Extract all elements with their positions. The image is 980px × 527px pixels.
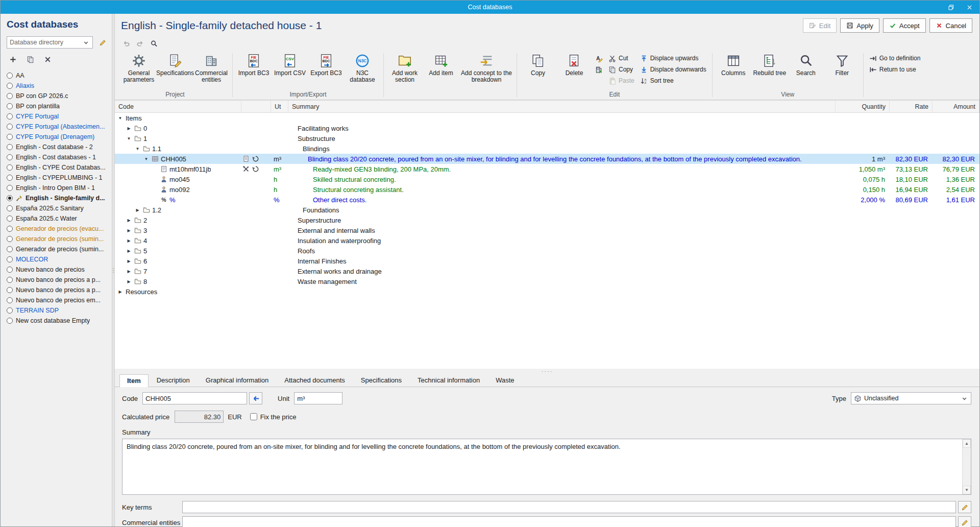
edit-commercial-entities-button[interactable] [958, 516, 971, 527]
restore-window-button[interactable] [942, 1, 960, 13]
add-work-section-button[interactable]: Add work section [387, 51, 423, 85]
tree-row-8[interactable]: ▶8Waste management [115, 276, 979, 286]
copy-small-button[interactable]: Copy [608, 65, 634, 74]
import-bc3-button[interactable]: FIEBDCImport BC3 [236, 51, 272, 79]
tree-row-resources[interactable]: ▶Resources [115, 286, 979, 297]
collapse-icon[interactable]: ▼ [134, 147, 141, 151]
apply-button[interactable]: Apply [840, 18, 879, 33]
sidebar-item-nuevo-banco-de-precios[interactable]: Nuevo banco de precios [7, 265, 109, 275]
undo-button[interactable] [120, 38, 132, 50]
expand-icon[interactable]: ▶ [126, 279, 132, 284]
sidebar-item-generador-de-precios-sumin[interactable]: Generador de precios (sumin... [7, 234, 109, 244]
sidebar-item-espa-a-2025-c-sanitary[interactable]: España 2025.c Sanitary [7, 203, 109, 213]
database-directory-select[interactable]: Database directory [7, 36, 93, 49]
update-prices-button[interactable] [595, 65, 603, 74]
sidebar-item-molecor[interactable]: MOLECOR [7, 254, 109, 265]
accept-button[interactable]: Accept [883, 18, 926, 33]
return-to-use-button[interactable]: Return to use [869, 65, 921, 74]
sort-tree-button[interactable]: AZSort tree [640, 76, 706, 85]
code-input[interactable] [142, 392, 247, 404]
tree-row-1-1[interactable]: ▼1.1Blindings [115, 143, 979, 154]
tab-technical-information[interactable]: Technical information [410, 374, 487, 387]
sidebar-item-terrain-sdp[interactable]: TERRAIN SDP [7, 305, 109, 316]
columns-button[interactable]: Columns [716, 51, 751, 79]
rebuild-tree-button[interactable]: Rebuild tree [752, 51, 788, 79]
sidebar-item-nuevo-banco-de-precios-a-p[interactable]: Nuevo banco de precios a p... [7, 285, 109, 295]
cancel-button[interactable]: Cancel [929, 18, 972, 33]
sidebar-item-english-cost-database-2[interactable]: English - Cost database - 2 [7, 142, 109, 152]
paste-button[interactable]: Paste [608, 76, 634, 85]
delete-database-button[interactable] [41, 53, 54, 65]
quick-search-button[interactable] [148, 38, 160, 50]
collapse-icon[interactable]: ▼ [126, 136, 132, 141]
type-select[interactable]: Unclassified [851, 392, 971, 404]
redo-button[interactable] [134, 38, 146, 50]
cut-button[interactable]: Cut [608, 54, 634, 63]
export-bc3-button[interactable]: FIEBDCExport BC3 [308, 51, 344, 79]
tree-row-2[interactable]: ▶2Superstructure [115, 215, 979, 225]
sidebar-item-english-single-family-d[interactable]: English - Single-family d... [7, 193, 109, 203]
sidebar-item-generador-de-precios-evacu[interactable]: Generador de precios (evacu... [7, 224, 109, 234]
add-item-button[interactable]: Add item [423, 51, 459, 79]
tree-row-4[interactable]: ▶4Insulation and waterproofing [115, 235, 979, 246]
tree-row-6[interactable]: ▶6Internal Finishes [115, 256, 979, 266]
sidebar-item-cype-portugal-drenagem[interactable]: CYPE Portugal (Drenagem) [7, 132, 109, 142]
collapse-icon[interactable]: ▼ [143, 157, 150, 161]
delete-button[interactable]: Delete [556, 51, 592, 79]
sidebar-item-new-cost-database-empty[interactable]: New cost database Empty [7, 316, 109, 326]
collapse-icon[interactable]: ▼ [117, 116, 124, 121]
expand-icon[interactable]: ▶ [126, 269, 132, 274]
expand-icon[interactable]: ▶ [126, 218, 132, 223]
copy-button[interactable]: Copy [520, 51, 556, 79]
tree-row-mo045[interactable]: mo045hSkilled structural concreting.0,07… [115, 174, 979, 184]
expand-icon[interactable]: ▶ [117, 290, 124, 294]
summary-scrollbar[interactable]: ▲ ▼ [962, 439, 971, 494]
sidebar-item-english-cost-databases-1[interactable]: English - Cost databases - 1 [7, 152, 109, 162]
sidebar-item-english-cypeplumbing-1[interactable]: English - CYPEPLUMBING - 1 [7, 173, 109, 183]
tab-graphical-information[interactable]: Graphical information [198, 374, 277, 387]
n3c-database-button[interactable]: N3CN3C database [345, 51, 380, 85]
expand-icon[interactable]: ▶ [134, 208, 141, 212]
tree-row-item[interactable]: %%%Other direct costs.2,000 %80,69 EUR1,… [115, 195, 979, 205]
sidebar-item-espa-a-2025-c-water[interactable]: España 2025.c Water [7, 213, 109, 224]
filter-button[interactable]: Filter [824, 51, 860, 79]
scroll-down-icon[interactable]: ▼ [963, 486, 971, 494]
tree-row-0[interactable]: ▶0Facilitating works [115, 123, 979, 133]
sidebar-item-bp-con-plantilla[interactable]: BP con plantilla [7, 101, 109, 111]
tab-attached-documents[interactable]: Attached documents [277, 374, 353, 387]
sidebar-item-aa[interactable]: AA [7, 70, 109, 81]
general-parameters-button[interactable]: General parameters [121, 51, 157, 85]
sidebar-item-generador-de-precios-sumin[interactable]: Generador de precios (sumin... [7, 244, 109, 254]
go-to-concept-button[interactable] [249, 392, 262, 404]
tree-row-mo092[interactable]: mo092hStructural concreting assistant.0,… [115, 184, 979, 195]
search-button[interactable]: Search [788, 51, 824, 79]
commercial-entities-input[interactable] [182, 516, 956, 527]
import-csv-button[interactable]: CSVImport CSV [272, 51, 308, 79]
tree-row-3[interactable]: ▶3External and internal walls [115, 225, 979, 235]
tab-item[interactable]: Item [119, 374, 149, 387]
sidebar-item-nuevo-banco-de-precios-a-p[interactable]: Nuevo banco de precios a p... [7, 275, 109, 285]
sidebar-item-cype-portugal[interactable]: CYPE Portugal [7, 111, 109, 122]
tab-specifications[interactable]: Specifications [353, 374, 409, 387]
specifications-button[interactable]: Specifications [157, 51, 193, 79]
tree-row-mt10hmf011jb[interactable]: mt10hmf011jbm³Ready-mixed GEN3 blinding,… [115, 164, 979, 174]
edit-directory-button[interactable] [96, 36, 109, 49]
tree-row-chh005[interactable]: ▼CHH005m³Blinding class 20/20 concrete, … [115, 154, 979, 164]
tree-row-items[interactable]: ▼Items [115, 113, 979, 123]
sidebar-item-nuevo-banco-de-precios-em[interactable]: Nuevo banco de precios em... [7, 295, 109, 305]
go-to-definition-button[interactable]: Go to definition [869, 54, 921, 63]
panel-splitter[interactable]: ···· [115, 369, 979, 373]
sidebar-item-english-intro-open-bim-1[interactable]: English - Intro Open BIM - 1 [7, 183, 109, 193]
edit-button[interactable]: Edit [803, 18, 837, 33]
sidebar-item-cype-portugal-abastecimen[interactable]: CYPE Portugal (Abastecimen... [7, 122, 109, 132]
edit-text-button[interactable]: A [595, 54, 603, 63]
tab-waste[interactable]: Waste [488, 374, 522, 387]
expand-icon[interactable]: ▶ [126, 259, 132, 264]
add-concept-to-breakdown-button[interactable]: Add concept to the breakdown [459, 51, 513, 85]
expand-icon[interactable]: ▶ [126, 249, 132, 253]
expand-icon[interactable]: ▶ [126, 126, 132, 131]
unit-input[interactable] [294, 392, 342, 404]
tab-description[interactable]: Description [149, 374, 198, 387]
new-database-button[interactable] [7, 53, 19, 65]
sidebar-item-english-cype-cost-databas[interactable]: English - CYPE Cost Databas... [7, 162, 109, 173]
